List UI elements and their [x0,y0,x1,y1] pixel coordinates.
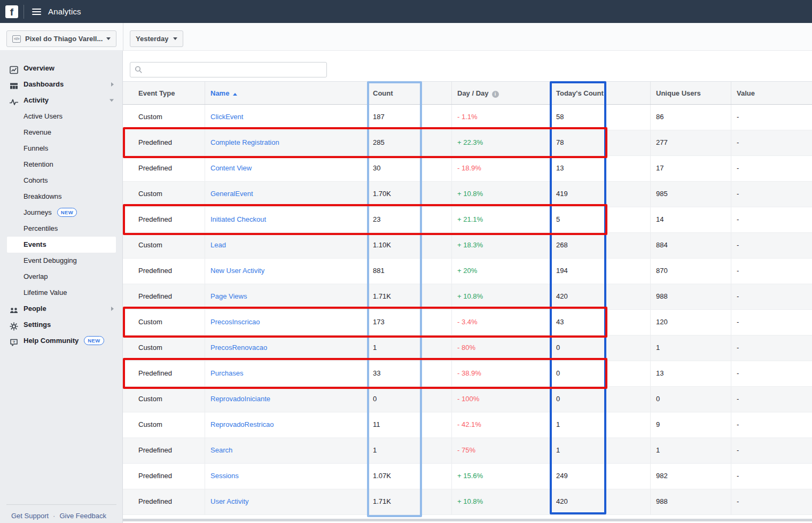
sidebar-item-revenue[interactable]: Revenue [0,124,122,140]
info-icon[interactable]: i [492,91,499,98]
event-type-cell: Predefined [123,130,205,155]
today-s-count-cell: 249 [550,464,650,489]
count-cell: 1.71K [367,489,451,514]
today-s-count-cell: 5 [550,207,650,232]
column-header-value[interactable]: Value [731,82,812,104]
count-cell: 30 [367,156,451,181]
event-name-link[interactable]: Content View [210,164,252,172]
event-name-link[interactable]: Page Views [210,292,247,300]
column-header-event-type[interactable]: Event Type [123,82,205,104]
hamburger-menu-icon[interactable] [32,9,41,15]
chevron-down-icon [110,99,114,102]
column-header-name[interactable]: Name [205,82,367,104]
today-s-count-cell: 419 [550,182,650,207]
event-name-link[interactable]: Search [210,446,232,454]
entity-selector-button[interactable]: </> Pixel do Thiago Varell... [6,30,116,47]
sidebar-item-funnels[interactable]: Funnels [0,140,122,157]
settings-icon [10,321,18,329]
sidebar-item-dashboards[interactable]: Dashboards [0,76,122,92]
table-row: PredefinedPage Views1.71K+ 10.8%420988- [123,284,812,310]
count-cell: 1.70K [367,182,451,207]
unique-users-cell: 9 [650,412,731,438]
event-type-cell: Custom [123,105,205,130]
day-day-cell: - 1.1% [451,105,550,130]
event-name-link[interactable]: Complete Registration [210,138,279,146]
event-name-link[interactable]: PrecosInscricao [210,318,260,326]
event-type-cell: Predefined [123,259,205,284]
chevron-right-icon [111,82,114,87]
column-header-unique-users[interactable]: Unique Users [650,82,731,104]
value-cell: - [731,156,812,181]
event-name-cell: PrecosInscricao [205,310,367,335]
count-cell: 1 [367,335,451,361]
sidebar-item-settings[interactable]: Settings [0,317,122,333]
event-type-cell: Predefined [123,284,205,309]
pixel-icon: </> [12,35,21,43]
horizontal-scrollbar[interactable] [123,519,812,521]
sidebar-item-percentiles[interactable]: Percentiles [0,221,122,237]
day-day-cell: + 22.3% [451,130,550,155]
day-day-cell: + 20% [451,259,550,284]
event-name-link[interactable]: User Activity [210,497,249,505]
sidebar-item-label: Help Community [24,337,79,345]
event-type-cell: Custom [123,233,205,258]
event-name-link[interactable]: GeneralEvent [210,190,253,198]
column-header-today-s-count[interactable]: Today's Count [550,82,650,104]
day-day-cell: + 10.8% [451,284,550,309]
sidebar-item-events[interactable]: Events [7,237,116,253]
sort-ascending-icon [233,93,237,96]
sidebar-item-journeys[interactable]: JourneysNEW [0,205,122,221]
event-name-link[interactable]: ClickEvent [210,113,243,121]
today-s-count-cell: 0 [550,387,650,412]
sidebar: OverviewDashboardsActivityActive UsersRe… [0,51,123,523]
date-range-button[interactable]: Yesterday [130,30,183,47]
sidebar-item-label: Journeys [24,208,52,216]
event-name-link[interactable]: Lead [210,241,226,249]
sidebar-item-breakdowns[interactable]: Breakdowns [0,189,122,205]
value-cell: - [731,361,812,386]
value-cell: - [731,438,812,463]
column-header-count[interactable]: Count [367,82,451,104]
sidebar-item-overlap[interactable]: Overlap [0,269,122,285]
event-name-link[interactable]: New User Activity [210,267,264,275]
topbar-divider [24,5,24,19]
event-name-link[interactable]: ReprovadoIniciante [210,395,270,403]
column-header-day-day[interactable]: Day / Dayi [451,82,550,104]
sidebar-item-people[interactable]: People [0,301,122,317]
give-feedback-link[interactable]: Give Feedback [59,512,106,520]
sidebar-item-help-community[interactable]: ?Help CommunityNEW [0,333,122,349]
event-name-link[interactable]: Sessions [210,472,239,480]
event-type-cell: Custom [123,412,205,438]
sidebar-item-activity[interactable]: Activity [0,92,122,108]
column-header-label: Day / Day [457,89,489,97]
day-day-cell: + 15.6% [451,464,550,489]
today-s-count-cell: 0 [550,361,650,386]
sidebar-item-overview[interactable]: Overview [0,60,122,76]
value-cell: - [731,207,812,232]
event-name-link[interactable]: PrecosRenovacao [210,344,267,352]
event-type-cell: Predefined [123,156,205,181]
day-day-cell: + 21.1% [451,207,550,232]
sidebar-item-lifetime-value[interactable]: Lifetime Value [0,285,122,301]
column-header-label: Unique Users [656,89,701,97]
value-cell: - [731,259,812,284]
event-type-cell: Predefined [123,489,205,514]
event-name-link[interactable]: Initiated Checkout [210,215,266,223]
search-input[interactable] [130,62,327,77]
sidebar-item-active-users[interactable]: Active Users [0,108,122,124]
value-cell: - [731,412,812,438]
count-cell: 0 [367,387,451,412]
sidebar-item-event-debugging[interactable]: Event Debugging [0,253,122,269]
footer-separator: · [53,512,55,520]
sidebar-item-retention[interactable]: Retention [0,157,122,173]
day-day-cell: - 42.1% [451,412,550,438]
event-name-cell: Initiated Checkout [205,207,367,232]
event-name-link[interactable]: ReprovadoRestricao [210,420,274,428]
get-support-link[interactable]: Get Support [11,512,49,520]
event-name-link[interactable]: Purchases [210,369,243,377]
facebook-logo-icon[interactable]: f [5,5,18,18]
event-name-cell: PrecosRenovacao [205,335,367,361]
table-row: PredefinedNew User Activity881+ 20%19487… [123,259,812,284]
value-cell: - [731,489,812,514]
sidebar-item-cohorts[interactable]: Cohorts [0,173,122,189]
